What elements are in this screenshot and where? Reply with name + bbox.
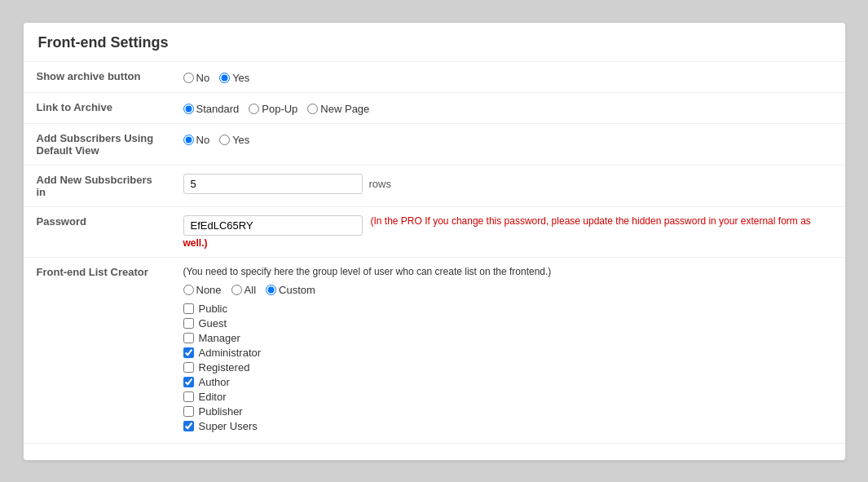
radio-show-archive-no[interactable] <box>183 73 194 83</box>
checkbox-registered[interactable] <box>183 362 194 373</box>
radio-label-show-archive-yes[interactable]: Yes <box>219 72 249 84</box>
radio-label-link-to-archive-pop-up[interactable]: Pop-Up <box>249 103 297 115</box>
radio-group-add-subscribers: NoYes <box>183 132 832 146</box>
level-radio-none[interactable] <box>183 285 194 295</box>
checkbox-administrator[interactable] <box>183 347 194 358</box>
checkbox-label-editor: Editor <box>199 391 227 403</box>
checkbox-label-administrator: Administrator <box>199 347 262 359</box>
value-add-new-subscribers: rows <box>170 165 845 206</box>
checkbox-guest[interactable] <box>183 318 194 329</box>
radio-group-link-to-archive: StandardPop-UpNew Page <box>183 101 832 115</box>
label-show-archive: Show archive button <box>24 62 170 93</box>
checkbox-item-editor: Editor <box>183 391 832 403</box>
radio-link-to-archive-pop-up[interactable] <box>249 104 259 114</box>
radio-add-subscribers-no[interactable] <box>183 135 194 145</box>
checkbox-item-administrator: Administrator <box>183 347 832 359</box>
password-note2: well.) <box>183 237 832 249</box>
checkbox-super-users[interactable] <box>183 421 194 431</box>
settings-panel: Front-end Settings Show archive buttonNo… <box>23 22 846 461</box>
radio-link-to-archive-new-page[interactable] <box>307 104 318 114</box>
level-label-none[interactable]: None <box>183 284 222 296</box>
radio-label-link-to-archive-new-page[interactable]: New Page <box>307 103 369 115</box>
label-password: Password <box>24 206 170 257</box>
radio-label-add-subscribers-no[interactable]: No <box>183 134 210 146</box>
label-add-new-subscribers: Add New Subsbcribers in <box>24 165 170 206</box>
value-link-to-archive: StandardPop-UpNew Page <box>170 92 845 123</box>
checkbox-item-publisher: Publisher <box>183 405 832 418</box>
value-password: (In the PRO If you change this password,… <box>170 206 845 257</box>
checkbox-author[interactable] <box>183 377 194 387</box>
value-frontend-list-creator: (You need to specify here the group leve… <box>170 257 845 443</box>
level-label-custom[interactable]: Custom <box>266 284 315 296</box>
password-input[interactable] <box>183 215 363 236</box>
label-frontend-list-creator: Front-end List Creator <box>24 257 170 443</box>
checkbox-label-manager: Manager <box>199 332 240 344</box>
value-show-archive: NoYes <box>170 62 845 93</box>
level-label-all[interactable]: All <box>231 284 256 296</box>
password-wrapper: (In the PRO If you change this password,… <box>183 215 832 249</box>
radio-link-to-archive-standard[interactable] <box>183 104 194 114</box>
radio-label-link-to-archive-standard[interactable]: Standard <box>183 103 240 115</box>
value-add-subscribers: NoYes <box>170 123 845 165</box>
checkbox-publisher[interactable] <box>183 406 194 417</box>
radio-show-archive-yes[interactable] <box>219 73 230 83</box>
radio-add-subscribers-yes[interactable] <box>219 135 230 145</box>
label-link-to-archive: Link to Archive <box>24 92 170 123</box>
checkbox-item-super-users: Super Users <box>183 420 832 432</box>
radio-label-add-subscribers-yes[interactable]: Yes <box>219 134 249 146</box>
checkbox-label-guest: Guest <box>199 317 227 329</box>
checkbox-public[interactable] <box>183 303 194 314</box>
checkbox-label-registered: Registered <box>199 361 250 374</box>
panel-title: Front-end Settings <box>24 23 845 62</box>
checkbox-label-super-users: Super Users <box>199 420 258 432</box>
rows-label: rows <box>369 178 391 190</box>
checkbox-label-public: Public <box>199 303 227 315</box>
level-radio-custom[interactable] <box>266 285 276 295</box>
level-radio-all[interactable] <box>231 285 242 295</box>
checkbox-editor[interactable] <box>183 391 194 402</box>
settings-table: Show archive buttonNoYesLink to ArchiveS… <box>24 62 845 444</box>
creator-wrapper: (You need to specify here the group leve… <box>183 266 832 432</box>
checkbox-item-guest: Guest <box>183 317 832 329</box>
checkbox-item-registered: Registered <box>183 361 832 374</box>
password-note: (In the PRO If you change this password,… <box>371 215 832 227</box>
checkbox-item-author: Author <box>183 376 832 388</box>
creator-desc: (You need to specify here the group leve… <box>183 266 832 277</box>
checkbox-label-publisher: Publisher <box>199 405 243 418</box>
radio-group-show-archive: NoYes <box>183 70 832 84</box>
checkbox-item-public: Public <box>183 303 832 315</box>
checkbox-label-author: Author <box>199 376 230 388</box>
checkbox-manager[interactable] <box>183 333 194 343</box>
checkbox-item-manager: Manager <box>183 332 832 344</box>
level-radio-group: NoneAllCustom <box>183 284 832 296</box>
radio-label-show-archive-no[interactable]: No <box>183 72 210 84</box>
input-add-new-subscribers[interactable] <box>183 174 363 194</box>
label-add-subscribers: Add Subscribers Using Default View <box>24 123 170 165</box>
